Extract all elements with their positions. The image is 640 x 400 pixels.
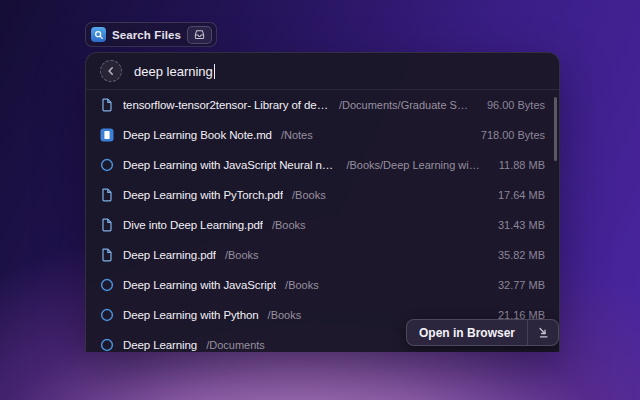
circle-outline-icon: [100, 158, 114, 172]
file-name: Deep Learning: [123, 339, 197, 351]
file-name: Deep Learning.pdf: [123, 249, 216, 261]
enter-key-icon: [528, 326, 558, 339]
search-query-text: deep learning: [134, 64, 213, 79]
file-result-row[interactable]: Dive into Deep Learning.pdf /Books 31.43…: [86, 210, 559, 240]
file-path: /Notes: [281, 129, 313, 141]
file-result-row[interactable]: Deep Learning with JavaScript /Books 32.…: [86, 270, 559, 300]
document-outline-icon: [100, 188, 114, 202]
file-name: Deep Learning with JavaScript Neural net…: [123, 159, 337, 171]
extension-badge[interactable]: Search Files: [85, 22, 217, 47]
file-path: /Books: [285, 279, 319, 291]
text-caret: [214, 64, 216, 79]
circle-outline-icon: [100, 278, 114, 292]
circle-outline-icon: [100, 308, 114, 322]
document-outline-icon: [100, 98, 114, 112]
file-result-row[interactable]: tensorflow-tensor2tensor- Library of dee…: [86, 90, 559, 120]
file-name: Deep Learning Book Note.md: [123, 129, 272, 141]
search-files-window: deep learning tensorflow-tensor2tensor- …: [85, 52, 560, 352]
desktop-background: { "colors": { "accent_blue": "#4a90d9", …: [0, 0, 640, 400]
file-name: Deep Learning with JavaScript: [123, 279, 276, 291]
file-size: 17.64 MB: [488, 189, 545, 201]
back-button[interactable]: [100, 60, 122, 82]
extension-badge-key: [187, 26, 212, 44]
file-name: tensorflow-tensor2tensor- Library of dee…: [123, 99, 330, 111]
file-size: 718.00 Bytes: [471, 129, 545, 141]
inbox-icon: [193, 26, 206, 44]
file-path: /Books: [268, 309, 302, 321]
file-path: /Books/Deep Learning wi…: [346, 159, 479, 171]
note-filled-icon: [100, 128, 114, 142]
file-name: Dive into Deep Learning.pdf: [123, 219, 263, 231]
file-size: 35.82 MB: [488, 249, 545, 261]
search-files-app-icon: [91, 27, 106, 42]
open-in-browser-button[interactable]: Open in Browser: [406, 319, 559, 346]
search-bar: deep learning: [86, 53, 559, 89]
document-outline-icon: [100, 218, 114, 232]
chevron-left-icon: [106, 66, 116, 76]
open-in-browser-label: Open in Browser: [407, 326, 527, 340]
file-size: 32.77 MB: [488, 279, 545, 291]
file-result-row[interactable]: Deep Learning with PyTorch.pdf /Books 17…: [86, 180, 559, 210]
file-size: 96.00 Bytes: [477, 99, 545, 111]
search-input[interactable]: deep learning: [134, 64, 215, 79]
file-result-row[interactable]: Deep Learning Book Note.md /Notes 718.00…: [86, 120, 559, 150]
file-size: 31.43 MB: [488, 219, 545, 231]
file-name: Deep Learning with Python: [123, 309, 259, 321]
file-result-row[interactable]: Deep Learning.pdf /Books 35.82 MB: [86, 240, 559, 270]
document-outline-icon: [100, 248, 114, 262]
file-path: /Books: [225, 249, 259, 261]
extension-badge-label: Search Files: [112, 29, 181, 41]
file-path: /Documents: [206, 339, 265, 351]
file-result-row[interactable]: Deep Learning with JavaScript Neural net…: [86, 150, 559, 180]
file-path: /Books: [292, 189, 326, 201]
scrollbar-thumb[interactable]: [554, 97, 557, 161]
file-path: /Documents/Graduate S…: [339, 99, 468, 111]
circle-outline-icon: [100, 338, 114, 352]
file-size: 11.88 MB: [489, 159, 545, 171]
file-name: Deep Learning with PyTorch.pdf: [123, 189, 283, 201]
results-list: tensorflow-tensor2tensor- Library of dee…: [86, 90, 559, 352]
file-path: /Books: [272, 219, 306, 231]
